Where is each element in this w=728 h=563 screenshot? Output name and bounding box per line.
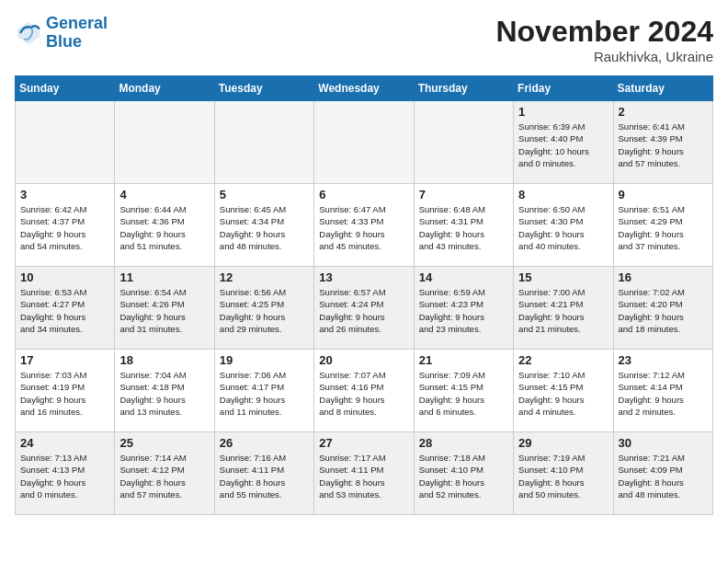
day-info: Sunrise: 6:57 AM Sunset: 4:24 PM Dayligh… — [319, 286, 408, 335]
day-info: Sunrise: 7:12 AM Sunset: 4:14 PM Dayligh… — [619, 369, 708, 418]
logo-text: General Blue — [46, 15, 108, 52]
day-number: 11 — [119, 270, 209, 284]
day-info: Sunrise: 6:41 AM Sunset: 4:39 PM Dayligh… — [619, 121, 708, 169]
day-number: 3 — [20, 188, 109, 201]
calendar-cell: 27Sunrise: 7:17 AM Sunset: 4:11 PM Dayli… — [314, 432, 414, 515]
calendar-cell: 28Sunrise: 7:18 AM Sunset: 4:10 PM Dayli… — [414, 432, 513, 515]
calendar-cell: 10Sunrise: 6:53 AM Sunset: 4:27 PM Dayli… — [16, 267, 115, 350]
calendar-cell: 26Sunrise: 7:16 AM Sunset: 4:11 PM Dayli… — [214, 432, 313, 515]
calendar-cell: 2Sunrise: 6:41 AM Sunset: 4:39 PM Daylig… — [613, 101, 712, 184]
col-header-wednesday: Wednesday — [314, 76, 414, 101]
day-info: Sunrise: 6:53 AM Sunset: 4:27 PM Dayligh… — [20, 286, 109, 335]
day-number: 28 — [419, 436, 508, 450]
col-header-friday: Friday — [514, 76, 613, 101]
calendar-cell — [414, 101, 513, 184]
calendar-cell: 17Sunrise: 7:03 AM Sunset: 4:19 PM Dayli… — [16, 350, 115, 432]
day-info: Sunrise: 7:07 AM Sunset: 4:16 PM Dayligh… — [319, 369, 408, 418]
col-header-tuesday: Tuesday — [214, 76, 313, 101]
day-number: 5 — [220, 188, 309, 201]
calendar-cell — [214, 101, 313, 184]
day-number: 29 — [518, 436, 608, 450]
calendar-cell — [314, 101, 414, 184]
day-info: Sunrise: 7:06 AM Sunset: 4:17 PM Dayligh… — [220, 369, 309, 418]
calendar-cell: 8Sunrise: 6:50 AM Sunset: 4:30 PM Daylig… — [514, 184, 613, 267]
calendar-header-row: SundayMondayTuesdayWednesdayThursdayFrid… — [16, 76, 713, 101]
calendar-cell: 6Sunrise: 6:47 AM Sunset: 4:33 PM Daylig… — [314, 184, 414, 267]
calendar-cell: 5Sunrise: 6:45 AM Sunset: 4:34 PM Daylig… — [214, 184, 313, 267]
day-info: Sunrise: 7:21 AM Sunset: 4:09 PM Dayligh… — [619, 452, 708, 500]
day-info: Sunrise: 7:10 AM Sunset: 4:15 PM Dayligh… — [518, 369, 608, 418]
logo: General Blue — [15, 15, 108, 52]
calendar-cell: 14Sunrise: 6:59 AM Sunset: 4:23 PM Dayli… — [414, 267, 513, 350]
day-number: 19 — [220, 353, 309, 367]
col-header-sunday: Sunday — [16, 76, 115, 101]
day-number: 20 — [319, 353, 408, 367]
day-info: Sunrise: 6:48 AM Sunset: 4:31 PM Dayligh… — [419, 203, 508, 252]
col-header-monday: Monday — [115, 76, 214, 101]
day-info: Sunrise: 7:13 AM Sunset: 4:13 PM Dayligh… — [20, 452, 109, 500]
calendar-cell: 23Sunrise: 7:12 AM Sunset: 4:14 PM Dayli… — [613, 350, 712, 432]
calendar-week-row: 1Sunrise: 6:39 AM Sunset: 4:40 PM Daylig… — [16, 101, 713, 184]
day-number: 1 — [518, 105, 608, 119]
day-info: Sunrise: 6:47 AM Sunset: 4:33 PM Dayligh… — [319, 203, 408, 252]
day-number: 27 — [319, 436, 408, 450]
day-number: 18 — [119, 353, 209, 367]
calendar-cell: 21Sunrise: 7:09 AM Sunset: 4:15 PM Dayli… — [414, 350, 513, 432]
calendar-cell: 11Sunrise: 6:54 AM Sunset: 4:26 PM Dayli… — [115, 267, 214, 350]
calendar-cell — [115, 101, 214, 184]
day-number: 16 — [619, 270, 708, 284]
day-number: 15 — [518, 270, 608, 284]
calendar-week-row: 17Sunrise: 7:03 AM Sunset: 4:19 PM Dayli… — [16, 350, 713, 432]
calendar-cell: 22Sunrise: 7:10 AM Sunset: 4:15 PM Dayli… — [514, 350, 613, 432]
calendar-week-row: 24Sunrise: 7:13 AM Sunset: 4:13 PM Dayli… — [16, 432, 713, 515]
day-number: 4 — [119, 188, 209, 201]
title-block: November 2024 Raukhivka, Ukraine — [495, 15, 713, 64]
day-number: 21 — [419, 353, 508, 367]
day-info: Sunrise: 6:51 AM Sunset: 4:29 PM Dayligh… — [619, 203, 708, 252]
day-info: Sunrise: 6:44 AM Sunset: 4:36 PM Dayligh… — [119, 203, 209, 252]
location: Raukhivka, Ukraine — [495, 49, 713, 64]
calendar-week-row: 3Sunrise: 6:42 AM Sunset: 4:37 PM Daylig… — [16, 184, 713, 267]
logo-icon — [15, 19, 42, 47]
day-number: 23 — [619, 353, 708, 367]
day-info: Sunrise: 7:19 AM Sunset: 4:10 PM Dayligh… — [518, 452, 608, 500]
calendar-cell: 25Sunrise: 7:14 AM Sunset: 4:12 PM Dayli… — [115, 432, 214, 515]
calendar-cell: 30Sunrise: 7:21 AM Sunset: 4:09 PM Dayli… — [613, 432, 712, 515]
day-number: 12 — [220, 270, 309, 284]
day-number: 9 — [619, 188, 708, 201]
day-number: 6 — [319, 188, 408, 201]
calendar-table: SundayMondayTuesdayWednesdayThursdayFrid… — [15, 75, 713, 515]
day-number: 7 — [419, 188, 508, 201]
calendar-cell — [16, 101, 115, 184]
calendar-cell: 9Sunrise: 6:51 AM Sunset: 4:29 PM Daylig… — [613, 184, 712, 267]
calendar-cell: 15Sunrise: 7:00 AM Sunset: 4:21 PM Dayli… — [514, 267, 613, 350]
day-info: Sunrise: 6:59 AM Sunset: 4:23 PM Dayligh… — [419, 286, 508, 335]
day-info: Sunrise: 7:02 AM Sunset: 4:20 PM Dayligh… — [619, 286, 708, 335]
calendar-cell: 18Sunrise: 7:04 AM Sunset: 4:18 PM Dayli… — [115, 350, 214, 432]
day-info: Sunrise: 7:18 AM Sunset: 4:10 PM Dayligh… — [419, 452, 508, 500]
calendar-cell: 29Sunrise: 7:19 AM Sunset: 4:10 PM Dayli… — [514, 432, 613, 515]
day-info: Sunrise: 7:17 AM Sunset: 4:11 PM Dayligh… — [319, 452, 408, 500]
calendar-cell: 12Sunrise: 6:56 AM Sunset: 4:25 PM Dayli… — [214, 267, 313, 350]
day-info: Sunrise: 6:39 AM Sunset: 4:40 PM Dayligh… — [518, 121, 608, 169]
calendar-cell: 13Sunrise: 6:57 AM Sunset: 4:24 PM Dayli… — [314, 267, 414, 350]
calendar-cell: 16Sunrise: 7:02 AM Sunset: 4:20 PM Dayli… — [613, 267, 712, 350]
day-number: 24 — [20, 436, 109, 450]
day-info: Sunrise: 7:09 AM Sunset: 4:15 PM Dayligh… — [419, 369, 508, 418]
calendar-week-row: 10Sunrise: 6:53 AM Sunset: 4:27 PM Dayli… — [16, 267, 713, 350]
calendar-cell: 7Sunrise: 6:48 AM Sunset: 4:31 PM Daylig… — [414, 184, 513, 267]
day-number: 8 — [518, 188, 608, 201]
day-info: Sunrise: 7:03 AM Sunset: 4:19 PM Dayligh… — [20, 369, 109, 418]
calendar-cell: 19Sunrise: 7:06 AM Sunset: 4:17 PM Dayli… — [214, 350, 313, 432]
day-number: 14 — [419, 270, 508, 284]
calendar-cell: 20Sunrise: 7:07 AM Sunset: 4:16 PM Dayli… — [314, 350, 414, 432]
calendar-cell: 1Sunrise: 6:39 AM Sunset: 4:40 PM Daylig… — [514, 101, 613, 184]
day-number: 17 — [20, 353, 109, 367]
day-info: Sunrise: 6:54 AM Sunset: 4:26 PM Dayligh… — [119, 286, 209, 335]
month-year: November 2024 — [495, 15, 713, 49]
day-info: Sunrise: 6:50 AM Sunset: 4:30 PM Dayligh… — [518, 203, 608, 252]
page-header: General Blue November 2024 Raukhivka, Uk… — [15, 15, 713, 64]
col-header-thursday: Thursday — [414, 76, 513, 101]
day-info: Sunrise: 7:14 AM Sunset: 4:12 PM Dayligh… — [119, 452, 209, 500]
calendar-cell: 24Sunrise: 7:13 AM Sunset: 4:13 PM Dayli… — [16, 432, 115, 515]
